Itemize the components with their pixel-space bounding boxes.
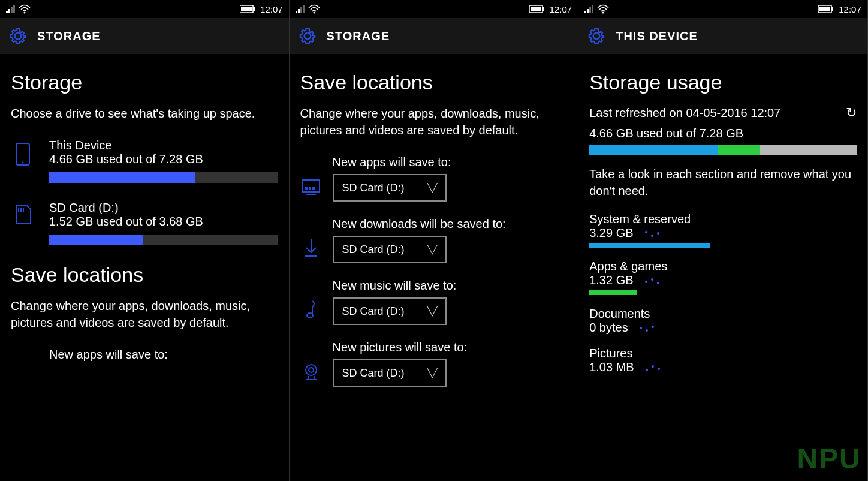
loading-spinner: [644, 230, 661, 238]
select-value: SD Card (D:): [342, 305, 405, 318]
svg-rect-25: [831, 7, 833, 11]
select-value: SD Card (D:): [342, 243, 405, 256]
save-downloads-row: New downloads will be saved to: SD Card …: [300, 217, 568, 263]
svg-rect-16: [312, 187, 315, 190]
svg-rect-11: [542, 7, 544, 11]
svg-rect-2: [253, 7, 255, 11]
help-text: Take a look in each section and remove w…: [589, 166, 857, 199]
signal-icon: [6, 5, 15, 13]
save-music-row: New music will save to: SD Card (D:) ╲╱: [300, 279, 568, 325]
status-bar: 12:07: [0, 0, 289, 18]
category-documents[interactable]: Documents 0 bytes: [589, 307, 857, 335]
last-refreshed: Last refreshed on 04-05-2016 12:07: [589, 106, 780, 120]
section-title: Save locations: [11, 263, 278, 287]
section-subtitle: Change where your apps, downloads, music…: [11, 297, 278, 331]
phone-icon: [11, 139, 35, 183]
download-icon: [300, 238, 322, 263]
chevron-down-icon: ╲╱: [427, 245, 437, 254]
gear-icon: [8, 26, 28, 46]
category-bar: [589, 290, 857, 295]
category-size: 3.29 GB: [589, 226, 857, 240]
drive-usage: 4.66 GB used out of 7.28 GB: [49, 152, 278, 166]
sd-card-icon: [11, 201, 35, 245]
category-name: Apps & games: [589, 260, 857, 273]
select-label: New apps will save to:: [333, 155, 568, 169]
battery-icon: [529, 5, 545, 13]
music-select[interactable]: SD Card (D:) ╲╱: [333, 297, 447, 325]
apps-icon: [300, 179, 322, 202]
gear-icon: [298, 26, 317, 46]
select-label: New music will save to:: [333, 279, 568, 293]
save-apps-row: New apps will save to: SD Card (D:) ╲╱: [300, 155, 568, 202]
svg-point-23: [602, 12, 604, 14]
page-title: Storage usage: [589, 71, 857, 94]
category-apps[interactable]: Apps & games 1.32 GB: [589, 260, 857, 295]
svg-rect-13: [303, 180, 320, 192]
usage-multi-bar: [589, 145, 857, 155]
drive-name: This Device: [49, 139, 278, 152]
downloads-select[interactable]: SD Card (D:) ╲╱: [333, 236, 447, 263]
status-bar: 12:07: [290, 0, 578, 18]
header-title: STORAGE: [37, 29, 101, 43]
loading-spinner: [644, 364, 661, 372]
chevron-down-icon: ╲╱: [427, 183, 437, 193]
header-title: THIS DEVICE: [616, 29, 698, 43]
refresh-button[interactable]: ↻: [846, 105, 857, 121]
svg-point-5: [22, 162, 24, 164]
signal-icon: [584, 5, 593, 13]
clock: 12:07: [839, 4, 861, 14]
svg-rect-12: [531, 7, 541, 11]
select-value: SD Card (D:): [342, 182, 405, 194]
page-header: THIS DEVICE: [578, 18, 867, 54]
wifi-icon: [19, 4, 31, 14]
svg-rect-14: [305, 187, 308, 190]
svg-point-0: [24, 12, 26, 14]
loading-spinner: [644, 277, 661, 285]
battery-icon: [818, 5, 834, 13]
wifi-icon: [597, 4, 609, 14]
status-bar: 12:07: [578, 0, 867, 18]
svg-rect-26: [819, 7, 830, 11]
category-size: 1.03 MB: [589, 360, 857, 374]
svg-point-21: [306, 365, 317, 375]
drive-sd-card[interactable]: SD Card (D:) 1.52 GB used out of 3.68 GB: [11, 201, 278, 245]
select-value: SD Card (D:): [342, 367, 405, 380]
usage-summary: 4.66 GB used out of 7.28 GB: [589, 127, 857, 140]
svg-point-22: [309, 368, 314, 372]
watermark: NPU: [797, 442, 861, 475]
chevron-down-icon: ╲╱: [427, 368, 437, 378]
svg-rect-15: [309, 187, 311, 190]
page-title: Save locations: [300, 71, 568, 94]
page-subtitle: Choose a drive to see what's taking up s…: [11, 105, 278, 122]
storage-usage-pane: 12:07 THIS DEVICE Storage usage Last ref…: [578, 0, 868, 481]
svg-rect-3: [241, 7, 252, 11]
drive-this-device[interactable]: This Device 4.66 GB used out of 7.28 GB: [11, 139, 278, 183]
svg-point-9: [313, 12, 315, 14]
header-title: STORAGE: [327, 29, 390, 43]
category-system[interactable]: System & reserved 3.29 GB: [589, 212, 857, 248]
page-header: STORAGE: [290, 18, 578, 54]
pictures-select[interactable]: SD Card (D:) ╲╱: [333, 359, 447, 387]
signal-icon: [296, 5, 305, 13]
battery-icon: [240, 5, 255, 13]
category-pictures[interactable]: Pictures 1.03 MB: [589, 347, 857, 374]
storage-overview-pane: 12:07 STORAGE Storage Choose a drive to …: [0, 0, 290, 481]
select-label: New pictures will save to:: [333, 341, 568, 354]
category-name: System & reserved: [589, 212, 857, 226]
gear-icon: [587, 26, 606, 46]
loading-spinner: [638, 324, 655, 333]
usage-bar: [49, 235, 278, 245]
save-pictures-row: New pictures will save to: SD Card (D:) …: [300, 341, 568, 387]
category-name: Pictures: [589, 347, 857, 360]
page-header: STORAGE: [0, 18, 289, 54]
drive-usage: 1.52 GB used out of 3.68 GB: [49, 215, 278, 229]
save-label: New apps will save to:: [11, 348, 278, 362]
clock: 12:07: [550, 4, 572, 14]
page-title: Storage: [11, 71, 278, 94]
camera-icon: [300, 363, 322, 387]
usage-bar: [49, 172, 278, 183]
wifi-icon: [308, 4, 320, 14]
chevron-down-icon: ╲╱: [427, 306, 437, 316]
category-size: 1.32 GB: [589, 273, 857, 287]
apps-select[interactable]: SD Card (D:) ╲╱: [333, 174, 447, 202]
